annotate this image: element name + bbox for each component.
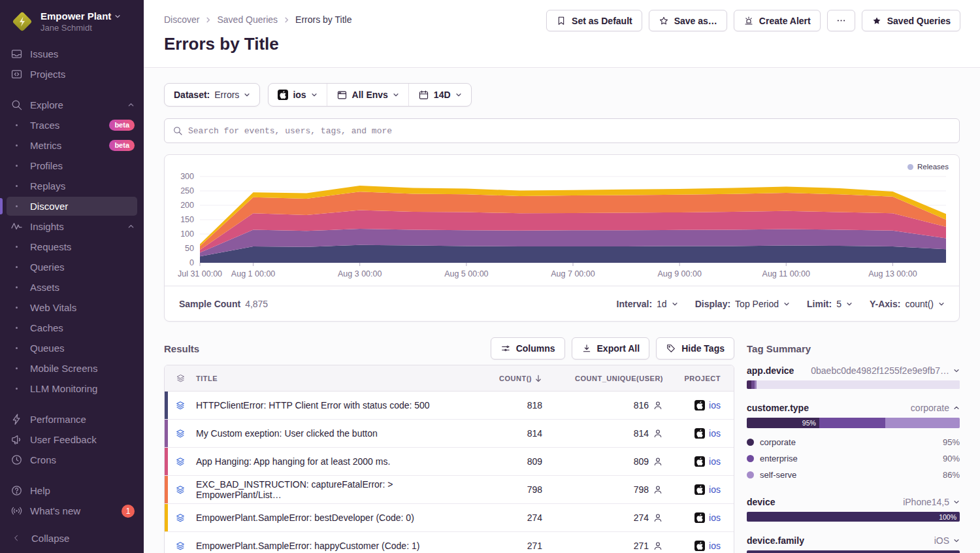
project-link[interactable]: ios <box>709 428 721 439</box>
sidebar-item-traces[interactable]: Tracesbeta <box>0 115 144 135</box>
sidebar-item-label: What's new <box>30 505 80 516</box>
results-heading: Results <box>164 343 199 354</box>
sidebar-item-insights[interactable]: Insights <box>0 216 144 237</box>
tag-bar-segment[interactable] <box>819 418 885 428</box>
tag-bar-segment[interactable]: 95% <box>747 418 819 428</box>
series-color-stripe <box>165 476 168 503</box>
sidebar-item-web-vitals[interactable]: Web Vitals <box>0 297 144 318</box>
chevron-right-icon <box>204 16 212 24</box>
tag-value[interactable]: corporate <box>911 403 960 413</box>
table-row[interactable]: EmpowerPlant.SampleError: bestDeveloper … <box>165 504 734 532</box>
sidebar-item-discover[interactable]: Discover <box>0 196 144 216</box>
environment-filter-value: All Envs <box>352 90 388 100</box>
tag-value[interactable]: iPhone14,5 <box>903 497 960 507</box>
tag-bar-segment[interactable]: 100% <box>747 550 960 553</box>
sidebar-item-queries[interactable]: Queries <box>0 257 144 277</box>
chevron-up-icon <box>127 101 135 109</box>
more-options-button[interactable] <box>827 10 855 31</box>
bullet-icon <box>10 347 23 350</box>
sidebar-item-requests[interactable]: Requests <box>0 237 144 257</box>
limit-label: Limit: <box>807 299 832 309</box>
org-switcher[interactable]: Empower Plant Jane Schmidt <box>0 0 144 40</box>
tag-bar-segment[interactable] <box>757 380 960 389</box>
tag-value[interactable]: iOS <box>934 535 960 546</box>
sidebar-item-label: Caches <box>30 322 63 333</box>
table-row[interactable]: EmpowerPlant.SampleError: happyCustomer … <box>165 532 734 553</box>
create-alert-button[interactable]: Create Alert <box>734 10 821 31</box>
export-all-button[interactable]: Export All <box>572 337 650 360</box>
display-control[interactable]: Display: Top Period <box>695 299 790 309</box>
sidebar-item-performance[interactable]: Performance <box>0 409 144 429</box>
table-row[interactable]: App Hanging: App hanging for at least 20… <box>165 448 734 476</box>
sidebar-item-mobile-screens[interactable]: Mobile Screens <box>0 358 144 378</box>
row-count: 274 <box>470 512 542 523</box>
area-series[interactable] <box>200 245 946 263</box>
set-as-default-button[interactable]: Set as Default <box>546 10 642 31</box>
environment-filter[interactable]: All Envs <box>327 84 408 106</box>
breadcrumb-discover[interactable]: Discover <box>164 14 199 25</box>
sidebar-item-label: Assets <box>30 282 59 293</box>
sidebar-item-help[interactable]: Help <box>0 480 144 501</box>
project-link[interactable]: ios <box>709 484 721 495</box>
columns-button[interactable]: Columns <box>491 337 565 360</box>
interval-control[interactable]: Interval: 1d <box>617 299 678 309</box>
sidebar-item-llm-monitoring[interactable]: LLM Monitoring <box>0 378 144 399</box>
project-filter[interactable]: ios <box>269 84 326 106</box>
date-range-filter[interactable]: 14D <box>408 84 471 106</box>
table-row[interactable]: My Custom exeption: User clicked the but… <box>165 420 734 448</box>
sidebar-item-replays[interactable]: Replays <box>0 176 144 196</box>
sidebar-item-profiles[interactable]: Profiles <box>0 156 144 176</box>
row-title[interactable]: EXC_BAD_INSTRUCTION: captureFatalError: … <box>196 479 470 500</box>
chevron-down-icon <box>953 537 960 544</box>
tag-distribution-bar[interactable]: 100% <box>747 550 960 553</box>
column-header-count[interactable]: COUNT() <box>470 375 542 382</box>
row-title[interactable]: HTTPClientError: HTTP Client Error with … <box>196 400 470 411</box>
sidebar-item-what-s-new[interactable]: What's new1 <box>0 501 144 521</box>
sidebar-item-label: Profiles <box>30 160 63 171</box>
sidebar-item-caches[interactable]: Caches <box>0 318 144 338</box>
stacked-area-chart[interactable]: 050100150200250300Jul 31 00:00Aug 1 00:0… <box>165 156 959 284</box>
sidebar-item-explore[interactable]: Explore <box>0 95 144 115</box>
project-filter-value: ios <box>293 90 306 100</box>
column-header-count-unique[interactable]: COUNT_UNIQUE(USER) <box>542 375 663 382</box>
sidebar-item-crons[interactable]: Crons <box>0 450 144 470</box>
column-header-title[interactable]: TITLE <box>196 375 470 382</box>
sidebar-item-issues[interactable]: Issues <box>0 44 144 64</box>
save-as-button[interactable]: Save as… <box>649 10 727 31</box>
column-header-project[interactable]: PROJECT <box>663 375 734 382</box>
yaxis-control[interactable]: Y-Axis: count() <box>870 299 945 309</box>
tag-distribution-bar[interactable]: 100% <box>747 512 960 522</box>
yaxis-label: Y-Axis: <box>870 299 900 309</box>
row-title[interactable]: App Hanging: App hanging for at least 20… <box>196 456 470 467</box>
row-title[interactable]: My Custom exeption: User clicked the but… <box>196 428 470 439</box>
hide-tags-label: Hide Tags <box>681 343 725 354</box>
sidebar-item-queues[interactable]: Queues <box>0 338 144 358</box>
sidebar-item-user-feedback[interactable]: User Feedback <box>0 429 144 450</box>
limit-control[interactable]: Limit: 5 <box>807 299 853 309</box>
row-title[interactable]: EmpowerPlant.SampleError: happyCustomer … <box>196 541 470 551</box>
tag-bar-segment[interactable] <box>747 380 751 389</box>
search-input[interactable] <box>188 126 951 136</box>
project-link[interactable]: ios <box>709 456 721 467</box>
tag-bar-segment[interactable] <box>885 418 960 428</box>
project-link[interactable]: ios <box>709 512 721 523</box>
table-row[interactable]: HTTPClientError: HTTP Client Error with … <box>165 392 734 420</box>
project-link[interactable]: ios <box>709 400 721 411</box>
tag-value[interactable]: 0baebc0de4982f1255f2e9e9fb7… <box>811 365 960 376</box>
sidebar-item-metrics[interactable]: Metricsbeta <box>0 135 144 156</box>
collapse-button[interactable]: Collapse <box>0 523 144 553</box>
tag-distribution-bar[interactable]: 95% <box>747 418 960 428</box>
sidebar-item-assets[interactable]: Assets <box>0 277 144 297</box>
breadcrumb-saved-queries[interactable]: Saved Queries <box>217 14 278 25</box>
row-count-unique: 274 <box>634 512 649 523</box>
row-title[interactable]: EmpowerPlant.SampleError: bestDeveloper … <box>196 512 470 523</box>
sidebar-item-projects[interactable]: Projects <box>0 64 144 84</box>
hide-tags-button[interactable]: Hide Tags <box>656 337 734 360</box>
chevron-up-icon <box>953 405 960 411</box>
table-row[interactable]: EXC_BAD_INSTRUCTION: captureFatalError: … <box>165 476 734 504</box>
tag-distribution-bar[interactable] <box>747 380 960 389</box>
tag-bar-segment[interactable]: 100% <box>747 512 960 522</box>
project-link[interactable]: ios <box>709 541 721 551</box>
saved-queries-button[interactable]: Saved Queries <box>862 10 960 31</box>
dataset-selector[interactable]: Dataset: Errors <box>164 83 260 107</box>
